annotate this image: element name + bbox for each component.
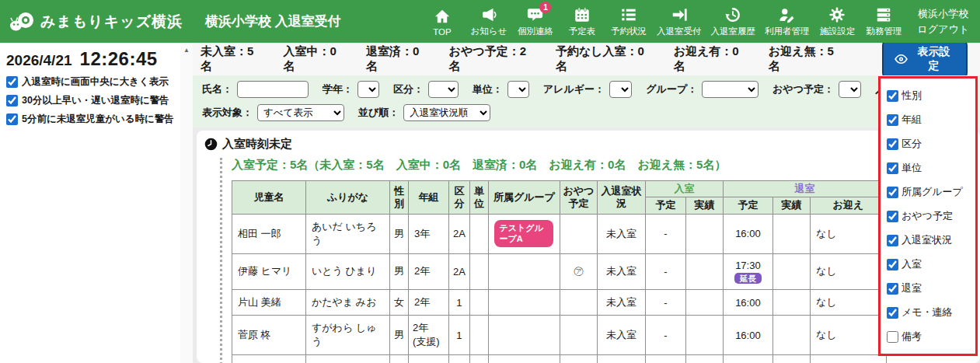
display-option-exit[interactable]: 退室 — [887, 281, 969, 295]
nav-item-notices[interactable]: お知らせ — [466, 2, 511, 40]
table-row[interactable]: 伊藤 ヒマリ いとう ひまり 男 2年 2A ㋐ 未入室 - 17:30 — [232, 253, 887, 290]
cell-pickup: なし — [810, 355, 886, 363]
display-option-snack[interactable]: おやつ予定 — [887, 209, 969, 223]
display-option-checkbox[interactable] — [887, 235, 898, 246]
display-option-kubun[interactable]: 区分 — [887, 137, 969, 151]
option-checkbox[interactable] — [6, 76, 18, 88]
display-option-gender[interactable]: 性別 — [887, 89, 969, 103]
snack-filter-select[interactable] — [839, 81, 861, 98]
display-option-checkbox[interactable] — [887, 114, 898, 126]
main-scrollbar[interactable]: ▲ — [180, 43, 193, 363]
display-option-label: 年組 — [902, 113, 922, 127]
cell-enter-plan: - — [645, 214, 685, 253]
display-settings-button[interactable]: 表示設定 — [882, 40, 968, 79]
cell-enter-actual — [685, 316, 723, 355]
grade-filter-select[interactable] — [357, 81, 379, 98]
option-big-display[interactable]: 入退室時に画面中央に大きく表示 — [6, 75, 174, 89]
col-tani: 単位 — [469, 181, 488, 215]
display-option-label: 備考 — [902, 330, 922, 344]
table-row[interactable]: 相田 一郎 あいだ いちろう 男 3年 2A テストグループA 未入室 - 16… — [232, 214, 887, 253]
logout-label: ログアウト — [917, 22, 969, 37]
option-checkbox[interactable] — [6, 95, 18, 106]
kubun-filter-select[interactable] — [428, 81, 459, 98]
display-option-checkbox[interactable] — [887, 138, 898, 150]
cell-tani — [469, 214, 488, 253]
display-option-status[interactable]: 入退室状況 — [887, 233, 969, 247]
option-checkbox[interactable] — [6, 113, 18, 125]
option-early-late-warning[interactable]: 30分以上早い・遅い退室時に警告 — [6, 94, 174, 107]
nav-item-settings[interactable]: 施設設定 — [814, 2, 860, 40]
tani-filter-select[interactable] — [507, 81, 529, 98]
table-row[interactable]: 片山 美緒 かたやま みお 女 2年 1 未入室 - 16:00 なし — [232, 290, 887, 316]
display-option-tani[interactable]: 単位 — [887, 161, 969, 175]
nav-item-attendance[interactable]: 勤務管理 — [861, 2, 906, 40]
summary-stats-bar: 未入室：5名 入室中：0名 退室済：0名 おやつ予定：2名 予約なし入室：0名 … — [193, 43, 980, 75]
cell-furigana: すがわら しゅう — [306, 316, 390, 355]
cell-kubun: 2A — [449, 214, 470, 253]
display-option-grade[interactable]: 年組 — [887, 113, 969, 127]
kubun-filter-label: 区分： — [393, 82, 424, 96]
nav-label: 利用者管理 — [765, 26, 810, 37]
cell-name: 片山 美緒 — [232, 290, 306, 316]
nav-item-schedule[interactable]: 予定表 — [560, 2, 605, 40]
logout-school-name: 横浜小学校 — [918, 6, 968, 22]
display-option-checkbox[interactable] — [887, 187, 898, 198]
display-option-label: おやつ予定 — [902, 209, 953, 223]
table-row[interactable]: 菅原 柊 すがわら しゅう 男 2年 (支援) 1 未入室 - 16:00 な — [232, 316, 887, 355]
nav-item-users[interactable]: 利用者管理 — [761, 2, 814, 40]
allergy-filter-select[interactable] — [609, 81, 632, 98]
cell-enter-actual — [685, 290, 723, 316]
cell-enter-plan: - — [645, 290, 685, 316]
nav-item-history[interactable]: 入退室履歴 — [706, 2, 759, 40]
nav-item-top[interactable]: TOP — [420, 4, 465, 40]
app-logo[interactable]: みまもりキッズ横浜 — [0, 11, 173, 33]
nav-label: 勤務管理 — [866, 26, 902, 37]
display-option-group[interactable]: 所属グループ — [887, 185, 969, 199]
display-option-checkbox[interactable] — [887, 331, 898, 343]
display-option-checkbox[interactable] — [887, 259, 898, 271]
megaphone-icon — [480, 5, 497, 24]
nav-label: TOP — [433, 27, 451, 37]
display-option-enter[interactable]: 入室 — [887, 257, 969, 271]
nav-item-checkin[interactable]: 入退室受付 — [653, 2, 706, 40]
display-target-select[interactable]: すべて表示 — [257, 104, 344, 121]
cell-furigana: かたやま みお — [306, 290, 390, 316]
display-option-label: 性別 — [902, 89, 922, 103]
pending-entry-card: 入室時刻未定 入室予定：5名（未入室：5名 入室中：0名 退室済：0名 お迎え有… — [197, 131, 980, 363]
cell-tani — [469, 290, 488, 316]
display-option-remarks[interactable]: 備考 — [887, 330, 969, 344]
display-option-checkbox[interactable] — [887, 211, 898, 222]
cell-grade: 2年 — [409, 290, 449, 316]
display-option-checkbox[interactable] — [887, 307, 898, 319]
cell-exit-plan: 16:00 — [723, 290, 772, 316]
option-5min-warning[interactable]: 5分前に未退室児童がいる時に警告 — [6, 113, 174, 126]
display-option-checkbox[interactable] — [887, 90, 898, 102]
group-filter-select[interactable] — [702, 81, 759, 98]
group-badge: テストグループA — [494, 220, 553, 246]
cell-snack: ㋐ — [560, 355, 597, 363]
cell-group — [488, 355, 560, 363]
display-option-checkbox[interactable] — [887, 162, 898, 174]
cell-snack: ㋐ — [560, 253, 597, 290]
cell-kubun: 1 — [449, 355, 470, 363]
cell-furigana: あいだ いちろう — [306, 214, 390, 253]
nav-item-reservations[interactable]: 予約状況 — [606, 2, 651, 40]
nav-item-messages[interactable]: 1 個別連絡 — [513, 2, 558, 40]
cell-snack — [560, 316, 597, 355]
cell-gender: 女 — [390, 290, 409, 316]
col-enter-plan: 予定 — [645, 197, 685, 214]
name-filter-input[interactable] — [237, 81, 309, 98]
sort-order-select[interactable]: 入退室状況順 — [403, 104, 490, 121]
students-table: 児童名 ふりがな 性別 年組 区分 単位 所属グループ おやつ予定 入退室状況 … — [232, 180, 887, 363]
stat-not-entered: 未入室：5名 — [201, 44, 265, 74]
cell-enter-actual — [685, 253, 723, 290]
nav-label: 予定表 — [569, 26, 596, 37]
table-row[interactable]: 宮本 杏 みやもと あん 男 2年 1 ㋐ 未入室 - 18:00 スポ — [232, 355, 887, 363]
scroll-up-arrow[interactable]: ▲ — [180, 43, 193, 54]
logout-button[interactable]: 横浜小学校 ログアウト — [909, 6, 980, 37]
display-option-label: 所属グループ — [902, 185, 963, 199]
name-filter-label: 氏名： — [202, 82, 232, 96]
display-option-checkbox[interactable] — [887, 283, 898, 295]
allergy-filter-label: アレルギー： — [543, 82, 605, 96]
display-option-memo[interactable]: メモ・連絡 — [887, 305, 969, 319]
